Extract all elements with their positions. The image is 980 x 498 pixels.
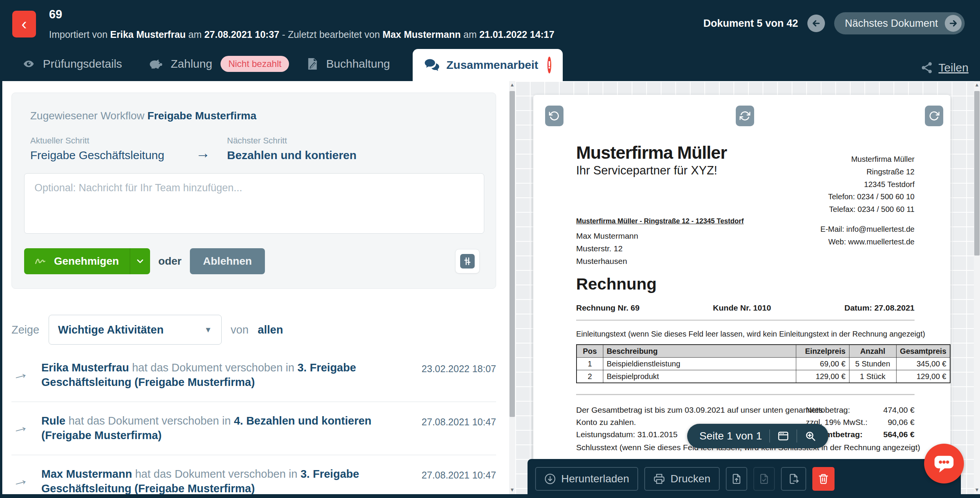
- total-value: 90,06 €: [888, 416, 915, 428]
- reject-button[interactable]: Ablehnen: [190, 248, 265, 274]
- rotate-ccw-icon: [549, 111, 560, 121]
- tab-pruefungsdetails[interactable]: Prüfungsdetails: [21, 47, 122, 81]
- tab-bar: Prüfungsdetails Zahlung Nicht bezahlt Bu…: [0, 47, 980, 81]
- current-step-value: Freigabe Geschäftsleitung: [30, 149, 179, 162]
- zoom-in-icon[interactable]: [805, 430, 816, 442]
- trash-icon: [818, 473, 829, 485]
- dropdown-caret-icon: ▼: [204, 325, 212, 334]
- workflow-card: Zugewiesener Workflow Freigabe Musterfir…: [11, 93, 496, 289]
- share-label: Teilen: [939, 61, 969, 74]
- approve-label: Genehmigen: [54, 255, 119, 267]
- rotate-ccw-button[interactable]: [545, 106, 564, 126]
- total-label: Nettobetrag:: [806, 404, 850, 416]
- cell: 129,00 €: [896, 370, 950, 383]
- cell: 69,00 €: [796, 358, 849, 370]
- refresh-icon: [740, 111, 750, 121]
- thumbnails-icon[interactable]: [777, 430, 789, 442]
- tab-label: Zahlung: [171, 57, 212, 70]
- activity-list: → Erika Musterfrau hat das Dokument vers…: [11, 349, 496, 498]
- arrow-left-icon: [811, 18, 821, 28]
- table-header-row: Pos Beschreibung Einzelpreis Anzahl Gesa…: [577, 345, 950, 358]
- team-message-input[interactable]: [24, 173, 484, 234]
- export-file-button[interactable]: [781, 467, 806, 491]
- download-icon: [544, 473, 556, 485]
- rotate-cw-button[interactable]: [925, 106, 943, 126]
- activity-timestamp: 27.08.2021 10:47: [412, 470, 496, 481]
- divider: [797, 430, 797, 443]
- invoice-meta-row: Rechnung Nr. 69 Kunde Nr. 1010 Datum: 27…: [576, 303, 915, 312]
- scope-value[interactable]: allen: [258, 324, 283, 336]
- delete-button[interactable]: [812, 467, 835, 491]
- table-row: 1 Beispieldienstleistung 69,00 € 5 Stund…: [577, 358, 950, 370]
- invoice-title: Rechnung: [576, 275, 657, 293]
- workflow-steps: Aktueller Schritt Freigabe Geschäftsleit…: [30, 136, 356, 162]
- tab-label: Prüfungsdetails: [43, 57, 122, 70]
- scroll-up-icon[interactable]: ▲: [974, 82, 980, 88]
- tab-buchhaltung[interactable]: Buchhaltung: [306, 47, 390, 81]
- arrow-right-icon: [948, 18, 958, 28]
- share-link[interactable]: Teilen: [920, 61, 969, 74]
- piggy-bank-icon: [149, 58, 164, 70]
- page-indicator: Seite 1 von 1: [699, 430, 762, 442]
- app-window: ‹ 69 Importiert von Erika Musterfrau am …: [0, 0, 980, 498]
- divider: [576, 320, 915, 321]
- recipient-line: Musterstr. 12: [576, 242, 638, 255]
- activity-filter-dropdown[interactable]: Wichtige Aktivitäten ▼: [49, 315, 222, 345]
- activity-filter-row: Zeige Wichtige Aktivitäten ▼ von allen: [11, 314, 496, 345]
- current-step-label: Aktueller Schritt: [30, 136, 179, 146]
- invoice-sender-line: Musterfirma Müller - Ringstraße 12 - 123…: [576, 217, 744, 225]
- tab-zusammenarbeit[interactable]: Zusammenarbeit !: [413, 49, 563, 81]
- invoice-company: Musterfirma Müller: [576, 142, 727, 163]
- support-chat-button[interactable]: [924, 444, 964, 483]
- file-export-icon: [788, 473, 799, 485]
- validate-file-button[interactable]: [753, 467, 775, 491]
- document-preview-area: Musterfirma Müller Ihr Servicepartner fü…: [515, 81, 974, 494]
- sliders-icon: [460, 254, 475, 269]
- page-indicator-pill: Seite 1 von 1: [687, 424, 828, 448]
- invoice-online-block: E-Mail: info@muellertest.de Web: www.mue…: [820, 223, 915, 248]
- document-meta: Importiert von Erika Musterfrau am 27.08…: [49, 29, 554, 40]
- activity-text: Rule hat das Dokument verschoben in 4. B…: [41, 413, 402, 443]
- total-row: Nettobetrag: 474,00 €: [806, 404, 915, 416]
- next-step-label: Nächster Schritt: [227, 136, 356, 146]
- scroll-down-icon[interactable]: ▼: [509, 487, 515, 493]
- col-header: Einzelpreis: [796, 345, 849, 358]
- scrollbar-thumb[interactable]: [974, 91, 980, 256]
- workflow-settings-button[interactable]: [455, 249, 480, 273]
- print-button[interactable]: Drucken: [644, 467, 719, 491]
- approve-options-button[interactable]: [130, 248, 150, 274]
- panel-scrollbar[interactable]: ▲ ▼: [509, 81, 515, 494]
- activity-row: → Rule hat das Dokument verschoben in 4.…: [11, 402, 496, 455]
- chat-bubbles-icon: [424, 59, 439, 72]
- recipient-line: Musterhausen: [576, 255, 638, 267]
- payment-status-badge: Nicht bezahlt: [220, 56, 289, 72]
- activity-filter-value: Wichtige Aktivitäten: [58, 324, 164, 336]
- step-arrow-icon: →: [196, 145, 210, 162]
- next-document-label: Nächstes Dokument: [845, 18, 938, 29]
- scroll-up-icon[interactable]: ▲: [509, 82, 515, 88]
- invoice-intro: Einleitungstext (wenn Sie dieses Feld le…: [576, 330, 925, 339]
- scroll-down-icon[interactable]: ▼: [974, 487, 980, 493]
- replace-file-button[interactable]: [726, 467, 747, 491]
- online-line: E-Mail: info@muellertest.de: [820, 223, 915, 236]
- tab-zahlung[interactable]: Zahlung Nicht bezahlt: [149, 47, 289, 81]
- cell: 129,00 €: [796, 370, 849, 383]
- previous-document-button[interactable]: [807, 15, 825, 32]
- online-line: Web: www.muellertest.de: [820, 236, 915, 248]
- back-button[interactable]: ‹: [12, 11, 36, 37]
- scrollbar-thumb[interactable]: [510, 91, 515, 417]
- payment-note-line: Der Gesamtbetrag ist bis zum 03.09.2021 …: [576, 404, 823, 416]
- approve-button[interactable]: Genehmigen: [24, 248, 130, 274]
- preview-scrollbar[interactable]: ▲ ▼: [974, 81, 980, 494]
- download-button[interactable]: Herunterladen: [535, 467, 638, 491]
- activity-timestamp: 23.02.2022 18:07: [412, 363, 496, 374]
- cell: Beispieldienstleistung: [603, 358, 796, 370]
- assigned-workflow: Zugewiesener Workflow Freigabe Musterfir…: [30, 110, 256, 122]
- cell: 1: [577, 358, 603, 370]
- next-document-button[interactable]: Nächstes Dokument: [834, 12, 965, 34]
- back-chevron-icon: ‹: [21, 15, 27, 33]
- cell: Beispielprodukt: [603, 370, 796, 383]
- contact-line: Telefax: 0234 / 500 60 11: [828, 203, 915, 216]
- refresh-button[interactable]: [736, 106, 754, 126]
- divider: [769, 430, 770, 443]
